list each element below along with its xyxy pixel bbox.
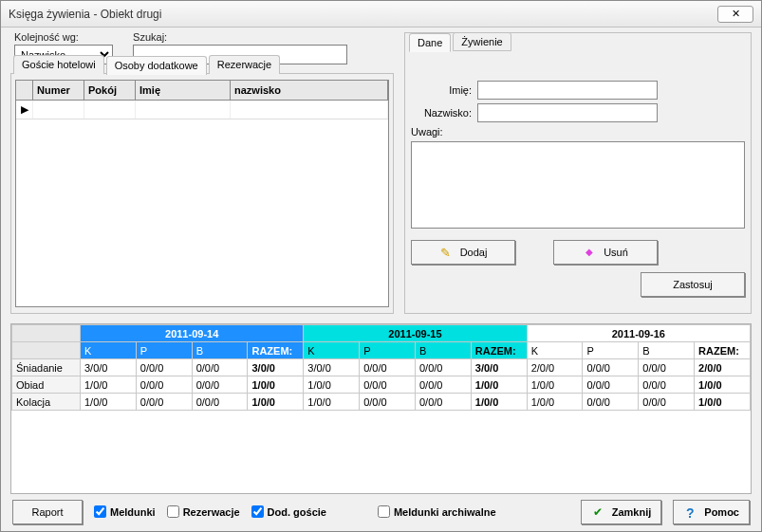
meal-row[interactable]: Kolacja1/0/00/0/00/0/01/0/01/0/00/0/00/0… bbox=[12, 394, 751, 411]
meal-cell: 1/0/0 bbox=[471, 376, 527, 394]
meal-cell: 1/0/0 bbox=[81, 376, 137, 394]
window-title: Księga żywienia - Obiekt drugi bbox=[9, 8, 161, 21]
tab-reservations[interactable]: Rezerwacje bbox=[209, 55, 280, 74]
left-pane: Kolejność wg: Nazwisko Szukaj: Goście ho… bbox=[10, 28, 394, 314]
tab-feeding[interactable]: Żywienie bbox=[453, 32, 511, 51]
top-region: Kolejność wg: Nazwisko Szukaj: Goście ho… bbox=[6, 28, 756, 314]
help-icon bbox=[683, 505, 697, 519]
meal-cell: 1/0/0 bbox=[527, 394, 583, 411]
meal-row-label: Śniadanie bbox=[12, 359, 81, 376]
row-pointer-icon: ▶ bbox=[16, 101, 33, 119]
meal-cell: 1/0/0 bbox=[695, 376, 751, 394]
meal-cell: 1/0/0 bbox=[304, 376, 360, 394]
meal-date-header: 2011-09-14 2011-09-15 2011-09-16 bbox=[12, 325, 751, 342]
add-button[interactable]: Dodaj bbox=[411, 240, 515, 265]
meal-cell: 0/0/0 bbox=[639, 394, 695, 411]
grid-col-room[interactable]: Pokój bbox=[84, 81, 136, 100]
meal-cell: 0/0/0 bbox=[192, 376, 248, 394]
surname-label: Nazwisko: bbox=[411, 107, 472, 119]
help-button[interactable]: Pomoc bbox=[673, 500, 750, 524]
check-icon bbox=[591, 505, 604, 519]
tab-hotel-guests[interactable]: Goście hotelowi bbox=[13, 55, 104, 74]
meal-cell: 0/0/0 bbox=[639, 376, 695, 394]
reservations-checkbox[interactable]: Rezerwacje bbox=[167, 505, 240, 518]
right-tabs: Dane Żywienie Imię: Nazwisko: bbox=[404, 32, 752, 314]
right-pane: Dane Żywienie Imię: Nazwisko: bbox=[404, 28, 752, 314]
close-icon[interactable]: ✕ bbox=[717, 6, 753, 23]
left-tabs: Goście hotelowi Osoby dodatkowe Rezerwac… bbox=[10, 73, 394, 314]
eraser-icon bbox=[583, 246, 596, 259]
grid-row-selector-header bbox=[16, 81, 33, 100]
meal-cell: 2/0/0 bbox=[695, 359, 751, 376]
grid-col-first[interactable]: Imię bbox=[136, 81, 231, 100]
meal-cell: 0/0/0 bbox=[583, 376, 639, 394]
sort-label: Kolejność wg: bbox=[14, 31, 113, 43]
tab-extra-people[interactable]: Osoby dodatkowe bbox=[106, 56, 207, 75]
meal-cell: 0/0/0 bbox=[360, 376, 416, 394]
extra-guests-checkbox[interactable]: Dod. goście bbox=[251, 505, 326, 518]
meal-cell: 1/0/0 bbox=[695, 394, 751, 411]
meal-cell: 0/0/0 bbox=[639, 359, 695, 376]
notes-label: Uwagi: bbox=[411, 126, 443, 138]
people-grid[interactable]: Numer Pokój Imię nazwisko ▶ bbox=[15, 80, 389, 307]
meal-cell: 0/0/0 bbox=[583, 359, 639, 376]
meal-cell: 0/0/0 bbox=[136, 376, 192, 394]
meal-cell: 1/0/0 bbox=[471, 394, 527, 411]
meal-cell: 0/0/0 bbox=[415, 394, 471, 411]
close-button[interactable]: Zamknij bbox=[581, 500, 662, 524]
meal-cell: 2/0/0 bbox=[527, 359, 583, 376]
meal-cell: 3/0/0 bbox=[471, 359, 527, 376]
report-button[interactable]: Raport bbox=[12, 500, 83, 524]
meal-cell: 1/0/0 bbox=[304, 394, 360, 411]
meal-row-label: Kolacja bbox=[12, 394, 81, 411]
meal-cell: 0/0/0 bbox=[583, 394, 639, 411]
meal-cell: 0/0/0 bbox=[360, 359, 416, 376]
content-area: Kolejność wg: Nazwisko Szukaj: Goście ho… bbox=[6, 28, 756, 526]
pencil-icon bbox=[439, 246, 453, 259]
meal-cell: 1/0/0 bbox=[248, 394, 304, 411]
meal-row[interactable]: Obiad1/0/00/0/00/0/01/0/01/0/00/0/00/0/0… bbox=[12, 376, 751, 394]
meal-cell: 3/0/0 bbox=[248, 359, 304, 376]
tab-data[interactable]: Dane bbox=[409, 33, 451, 52]
titlebar: Księga żywienia - Obiekt drugi ✕ bbox=[1, 1, 761, 28]
meal-row-label: Obiad bbox=[12, 376, 81, 394]
first-name-input[interactable] bbox=[477, 81, 658, 100]
apply-button[interactable]: Zastosuj bbox=[641, 272, 745, 297]
meal-cell: 3/0/0 bbox=[81, 359, 137, 376]
meal-row[interactable]: Śniadanie3/0/00/0/00/0/03/0/03/0/00/0/00… bbox=[12, 359, 751, 376]
left-tabstrip: Goście hotelowi Osoby dodatkowe Rezerwac… bbox=[13, 55, 280, 74]
meal-cell: 1/0/0 bbox=[248, 376, 304, 394]
meal-cell: 0/0/0 bbox=[136, 394, 192, 411]
meal-cell: 0/0/0 bbox=[192, 394, 248, 411]
meal-cell: 1/0/0 bbox=[81, 394, 137, 411]
meal-sub-header: K P B RAZEM: K P B RAZEM: K P B RAZEM: bbox=[12, 342, 751, 359]
right-body: Imię: Nazwisko: Uwagi: bbox=[411, 52, 745, 307]
app-window: Księga żywienia - Obiekt drugi ✕ Kolejno… bbox=[0, 0, 762, 532]
grid-header: Numer Pokój Imię nazwisko bbox=[16, 81, 388, 101]
meal-cell: 1/0/0 bbox=[527, 376, 583, 394]
meal-cell: 3/0/0 bbox=[304, 359, 360, 376]
surname-input[interactable] bbox=[477, 103, 658, 122]
meal-cell: 0/0/0 bbox=[415, 359, 471, 376]
first-name-label: Imię: bbox=[411, 84, 472, 96]
notes-textarea[interactable] bbox=[411, 141, 745, 229]
grid-col-number[interactable]: Numer bbox=[33, 81, 84, 100]
footer-bar: Raport Meldunki Rezerwacje Dod. goście M… bbox=[10, 502, 752, 522]
meal-cell: 0/0/0 bbox=[360, 394, 416, 411]
meal-table[interactable]: 2011-09-14 2011-09-15 2011-09-16 K P B R… bbox=[11, 324, 751, 411]
meal-cell: 0/0/0 bbox=[192, 359, 248, 376]
delete-button[interactable]: Usuń bbox=[553, 240, 658, 265]
meal-cell: 0/0/0 bbox=[136, 359, 192, 376]
checkins-checkbox[interactable]: Meldunki bbox=[94, 505, 156, 518]
meal-cell: 0/0/0 bbox=[415, 376, 471, 394]
grid-col-surname[interactable]: nazwisko bbox=[231, 81, 388, 100]
grid-row-empty[interactable]: ▶ bbox=[16, 101, 388, 119]
right-tabstrip: Dane Żywienie bbox=[409, 32, 511, 51]
search-label: Szukaj: bbox=[133, 31, 347, 43]
meal-table-container: 2011-09-14 2011-09-15 2011-09-16 K P B R… bbox=[10, 323, 752, 494]
archive-checkbox[interactable]: Meldunki archiwalne bbox=[378, 505, 496, 518]
